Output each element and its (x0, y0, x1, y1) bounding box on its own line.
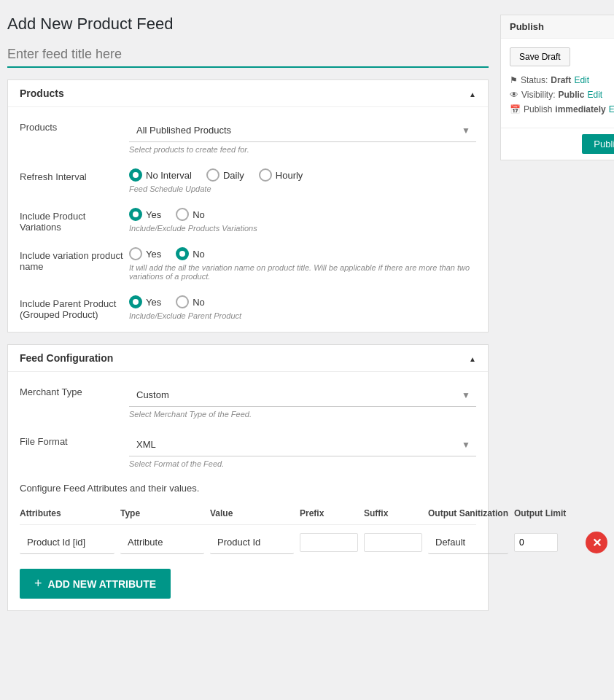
save-draft-button[interactable]: Save Draft (510, 47, 570, 66)
attr-value-select[interactable]: Product Id (210, 531, 294, 554)
feed-config-section: Feed Configuration Merchant Type Custom … (7, 344, 489, 611)
configure-text: Configure Feed Attributes and their valu… (20, 483, 476, 494)
merchant-type-hint: Select Merchant Type of the Feed. (129, 410, 476, 419)
attr-suffix-input[interactable] (364, 533, 422, 552)
include-variation-name-no-dot (176, 247, 189, 260)
sidebar: Publish Save Draft ⚑ Status: Draft Edit … (500, 15, 614, 685)
attr-col-header-suffix: Suffix (364, 508, 422, 518)
attr-prefix-input[interactable] (300, 533, 358, 552)
publish-timing-value: immediately (555, 104, 605, 114)
publish-button[interactable]: Publish (582, 134, 614, 154)
include-variations-no[interactable]: No (176, 208, 205, 221)
include-variation-name-no[interactable]: No (176, 247, 205, 260)
add-attribute-button[interactable]: + ADD NEW ATTRIBUTE (20, 569, 171, 599)
eye-icon: 👁 (510, 90, 518, 100)
status-label: Status: (521, 75, 548, 85)
include-parent-yes-label: Yes (146, 297, 161, 308)
products-collapse-icon (469, 88, 476, 99)
include-variations-no-dot (176, 208, 189, 221)
refresh-hourly-label: Hourly (276, 170, 303, 181)
products-hint: Select products to create feed for. (129, 145, 476, 154)
include-parent-field: Yes No Include/Exclude Parent Product (129, 295, 476, 320)
status-edit-link[interactable]: Edit (574, 75, 589, 85)
include-variations-radio-group: Yes No (129, 208, 476, 221)
publish-box: Publish Save Draft ⚑ Status: Draft Edit … (500, 15, 614, 160)
include-variations-yes-label: Yes (146, 209, 161, 220)
products-section: Products Products All Published Products… (7, 79, 489, 332)
products-section-title: Products (20, 88, 64, 99)
products-section-body: Products All Published Products Featured… (8, 107, 488, 332)
refresh-daily-label: Daily (223, 170, 244, 181)
file-format-label: File Format (20, 433, 129, 447)
include-variation-name-row: Include variation product name Yes No (20, 247, 476, 281)
include-variations-yes[interactable]: Yes (129, 208, 161, 221)
feed-config-section-title: Feed Configuration (20, 352, 113, 364)
publish-visibility-row: 👁 Visibility: Public Edit (510, 90, 614, 100)
include-variations-label: Include Product Variations (20, 208, 129, 233)
refresh-label: Refresh Interval (20, 168, 129, 182)
include-variations-row: Include Product Variations Yes No (20, 208, 476, 233)
publish-timing-label: Publish (524, 104, 552, 114)
include-variation-name-field: Yes No It will add the all the variation… (129, 247, 476, 281)
products-field: All Published Products Featured Products… (129, 119, 476, 154)
products-row: Products All Published Products Featured… (20, 119, 476, 154)
attr-col-header-prefix: Prefix (300, 508, 358, 518)
file-format-select[interactable]: XML CSV TSV (129, 433, 476, 456)
attr-value-select-wrapper: Product Id (210, 531, 294, 554)
visibility-edit-link[interactable]: Edit (587, 90, 602, 100)
merchant-type-select[interactable]: Custom Google Facebook (129, 384, 476, 407)
feed-config-section-header[interactable]: Feed Configuration (8, 345, 488, 372)
publish-timing-row: 📅 Publish immediately Edit (510, 104, 614, 114)
include-parent-yes[interactable]: Yes (129, 295, 161, 308)
publish-box-header: Publish (501, 15, 614, 39)
refresh-field: No Interval Daily Hourly Feed Sche (129, 168, 476, 193)
include-parent-yes-dot (129, 295, 142, 308)
publish-footer: Publish (501, 128, 614, 160)
attr-sanitization-select[interactable]: Default (428, 531, 508, 554)
refresh-no-interval[interactable]: No Interval (129, 168, 192, 182)
include-variation-name-yes-label: Yes (146, 249, 161, 260)
attr-attribute-select-wrapper: Product Id [id] (20, 531, 114, 554)
page-title: Add New Product Feed (7, 15, 489, 34)
include-parent-no[interactable]: No (176, 295, 205, 308)
calendar-icon: 📅 (510, 104, 521, 114)
refresh-radio-group: No Interval Daily Hourly (129, 168, 476, 182)
include-parent-radio-group: Yes No (129, 295, 476, 308)
save-draft-label: Save Draft (519, 52, 561, 62)
refresh-hourly[interactable]: Hourly (259, 168, 303, 182)
refresh-hint: Feed Schedule Update (129, 184, 476, 193)
file-format-row: File Format XML CSV TSV ▼ Select Format … (20, 433, 476, 468)
include-variations-yes-dot (129, 208, 142, 221)
products-section-header[interactable]: Products (8, 80, 488, 107)
include-variation-name-label: Include variation product name (20, 247, 129, 272)
refresh-no-interval-dot (129, 168, 142, 182)
include-variation-name-no-label: No (193, 249, 205, 260)
publish-timing-edit-link[interactable]: Edit (609, 104, 614, 114)
refresh-hourly-dot (259, 168, 272, 182)
attr-col-header-value: Value (210, 508, 294, 518)
merchant-type-field: Custom Google Facebook ▼ Select Merchant… (129, 384, 476, 419)
refresh-daily[interactable]: Daily (206, 168, 244, 182)
include-variation-name-yes-dot (129, 247, 142, 260)
refresh-no-interval-label: No Interval (146, 170, 192, 181)
refresh-daily-dot (206, 168, 219, 182)
attr-attribute-select[interactable]: Product Id [id] (20, 531, 114, 554)
visibility-label: Visibility: (521, 90, 555, 100)
file-format-hint: Select Format of the Feed. (129, 459, 476, 468)
merchant-type-row: Merchant Type Custom Google Facebook ▼ S… (20, 384, 476, 419)
include-variations-no-label: No (193, 209, 205, 220)
attr-sanitization-select-wrapper: Default (428, 531, 508, 554)
include-parent-row: Include Parent Product (Grouped Product)… (20, 295, 476, 320)
products-select-wrapper: All Published Products Featured Products… (129, 119, 476, 142)
publish-box-title: Publish (510, 21, 544, 32)
attr-col-header-attributes: Attributes (20, 508, 114, 518)
include-variation-name-yes[interactable]: Yes (129, 247, 161, 260)
feed-title-input[interactable] (7, 42, 489, 68)
include-variations-hint: Include/Exclude Products Variations (129, 224, 476, 233)
include-variation-name-hint: It will add the all the variation name o… (129, 263, 476, 281)
file-format-field: XML CSV TSV ▼ Select Format of the Feed. (129, 433, 476, 468)
attr-col-header-type: Type (120, 508, 204, 518)
include-parent-no-label: No (193, 297, 205, 308)
attr-type-select[interactable]: Attribute Static (120, 531, 204, 554)
products-select[interactable]: All Published Products Featured Products… (129, 119, 476, 142)
